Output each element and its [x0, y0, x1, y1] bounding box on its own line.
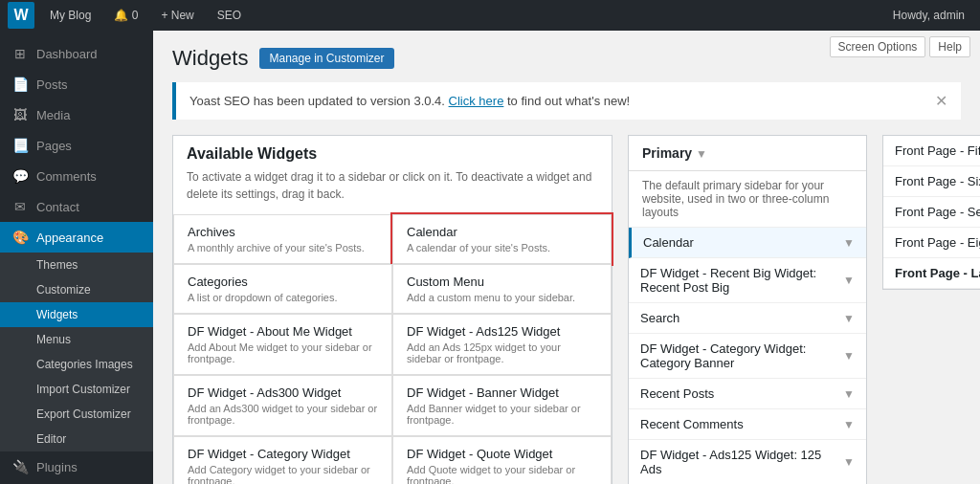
- submenu-themes[interactable]: Themes: [0, 253, 153, 277]
- wp-logo[interactable]: W: [8, 2, 34, 29]
- sidebar-item-plugins[interactable]: 🔌 Plugins: [0, 451, 153, 482]
- primary-sidebar-desc: The default primary sidebar for your web…: [629, 171, 866, 228]
- posts-label: Posts: [36, 77, 68, 92]
- yoast-notice: Yoast SEO has been updated to version 3.…: [172, 82, 961, 120]
- sidebar-item-appearance[interactable]: 🎨 Appearance: [0, 222, 153, 253]
- widgets-list: ArchivesA monthly archive of your site's…: [173, 214, 612, 484]
- right-sidebar-item[interactable]: Front Page - Eighth Row, Column 2▼: [883, 228, 980, 258]
- pages-icon: 📃: [11, 138, 29, 153]
- primary-sidebar-box: Primary ▼ The default primary sidebar fo…: [628, 135, 867, 484]
- posts-icon: 📄: [11, 77, 29, 92]
- primary-sidebar-header: Primary ▼: [629, 136, 866, 171]
- notice-link[interactable]: Click here: [449, 94, 504, 108]
- submenu-widgets[interactable]: Widgets: [0, 302, 153, 327]
- primary-sidebar-widget[interactable]: Recent Comments▼: [629, 409, 866, 440]
- sidebar-item-dashboard[interactable]: ⊞ Dashboard: [0, 38, 153, 69]
- admin-sidebar: ⊞ Dashboard 📄 Posts 🖼 Media 📃 Pages 💬 Co…: [0, 31, 153, 484]
- submenu-import-customizer[interactable]: Import Customizer: [0, 377, 153, 402]
- primary-sidebar-widget[interactable]: DF Widget - Recent Big Widget: Recent Po…: [629, 258, 866, 303]
- primary-widgets-list: Calendar▼DF Widget - Recent Big Widget: …: [629, 228, 866, 484]
- available-widget-item[interactable]: Custom MenuAdd a custom menu to your sid…: [392, 264, 612, 314]
- right-sidebar-item[interactable]: Front Page - Fifth Row, Column 1▼: [883, 136, 980, 166]
- appearance-icon: 🎨: [11, 230, 29, 245]
- submenu-menus[interactable]: Menus: [0, 327, 153, 352]
- right-sidebars-section: Front Page - Fifth Row, Column 1▼Front P…: [882, 135, 980, 484]
- available-widget-item[interactable]: ArchivesA monthly archive of your site's…: [173, 214, 392, 264]
- notice-suffix: to find out what's new!: [507, 94, 630, 108]
- primary-sidebar-widget[interactable]: Calendar▼: [629, 228, 866, 258]
- right-sidebar-item[interactable]: Front Page - Seventh Row, Column 1▼: [883, 197, 980, 228]
- howdy-label: Howdy, admin: [885, 9, 972, 22]
- manage-in-customizer-link[interactable]: Manage in Customizer: [259, 48, 393, 69]
- submenu-export-customizer[interactable]: Export Customizer: [0, 402, 153, 427]
- available-widget-item[interactable]: DF Widget - Category WidgetAdd Category …: [173, 436, 392, 484]
- my-blog-link[interactable]: My Blog: [42, 9, 99, 22]
- primary-sidebar-widget[interactable]: DF Widget - Ads125 Widget: 125 Ads▼: [629, 440, 866, 484]
- media-label: Media: [36, 108, 70, 122]
- available-widget-item[interactable]: CategoriesA list or dropdown of categori…: [173, 264, 392, 314]
- sidebar-item-media[interactable]: 🖼 Media: [0, 99, 153, 130]
- available-widget-item[interactable]: DF Widget - Quote WidgetAdd Quote widget…: [392, 436, 612, 484]
- page-title: Widgets: [172, 46, 248, 71]
- admin-bar: W My Blog 🔔 0 + New SEO Howdy, admin: [0, 0, 980, 31]
- contact-label: Contact: [36, 200, 79, 214]
- notif-count[interactable]: 🔔 0: [106, 9, 145, 22]
- available-widgets-title: Available Widgets: [187, 145, 598, 163]
- submenu-customize[interactable]: Customize: [0, 277, 153, 302]
- plugins-label: Plugins: [36, 460, 78, 474]
- plugins-icon: 🔌: [11, 459, 29, 474]
- right-sidebar-item[interactable]: Front Page - Last Row▼: [883, 258, 980, 289]
- contact-icon: ✉: [11, 199, 29, 214]
- primary-sidebar-widget[interactable]: Recent Posts▼: [629, 379, 866, 409]
- right-sidebars-box: Front Page - Fifth Row, Column 1▼Front P…: [882, 135, 980, 290]
- available-widgets-desc: To activate a widget drag it to a sideba…: [187, 168, 598, 203]
- comments-label: Comments: [36, 169, 97, 184]
- appearance-label: Appearance: [36, 231, 103, 245]
- primary-sidebar-widget[interactable]: DF Widget - Category Widget: Category Ba…: [629, 334, 866, 379]
- submenu-editor[interactable]: Editor: [0, 427, 153, 451]
- available-widget-item[interactable]: DF Widget - About Me WidgetAdd About Me …: [173, 314, 392, 375]
- primary-collapse-arrow[interactable]: ▼: [696, 147, 707, 161]
- screen-options-button[interactable]: Screen Options: [830, 36, 926, 57]
- primary-sidebar-widget[interactable]: Search▼: [629, 303, 866, 334]
- comments-icon: 💬: [11, 168, 29, 184]
- dashboard-label: Dashboard: [36, 47, 98, 61]
- seo-menu-item[interactable]: SEO: [210, 9, 249, 22]
- available-widgets-section: Available Widgets To activate a widget d…: [172, 135, 612, 484]
- available-widgets-header: Available Widgets To activate a widget d…: [173, 136, 612, 203]
- content-layout: Available Widgets To activate a widget d…: [172, 135, 961, 484]
- sidebar-item-posts[interactable]: 📄 Posts: [0, 69, 153, 99]
- sidebar-item-comments[interactable]: 💬 Comments: [0, 161, 153, 191]
- right-sidebar-item[interactable]: Front Page - Sixth Row, Column 2▼: [883, 166, 980, 197]
- available-widget-item[interactable]: DF Widget - Ads300 WidgetAdd an Ads300 w…: [173, 375, 392, 436]
- new-button[interactable]: + New: [153, 9, 201, 22]
- help-button[interactable]: Help: [929, 36, 970, 57]
- dashboard-icon: ⊞: [11, 46, 29, 61]
- media-icon: 🖼: [11, 107, 29, 122]
- appearance-submenu: Themes Customize Widgets Menus Categorie…: [0, 253, 153, 451]
- main-content: Widgets Manage in Customizer Yoast SEO h…: [153, 31, 980, 484]
- primary-sidebar-title: Primary: [642, 145, 692, 161]
- sidebar-item-pages[interactable]: 📃 Pages: [0, 130, 153, 161]
- notice-close-button[interactable]: ✕: [935, 92, 947, 110]
- available-widgets-box: Available Widgets To activate a widget d…: [172, 135, 612, 484]
- sidebar-item-contact[interactable]: ✉ Contact: [0, 191, 153, 222]
- available-widget-item[interactable]: DF Widget - Ads125 WidgetAdd an Ads 125p…: [392, 314, 612, 375]
- available-widget-item[interactable]: CalendarA calendar of your site's Posts.: [392, 214, 612, 264]
- notice-text: Yoast SEO has been updated to version 3.…: [189, 94, 630, 108]
- screen-options-bar: Screen Options Help: [820, 31, 980, 63]
- pages-label: Pages: [36, 139, 72, 153]
- submenu-cat-images[interactable]: Categories Images: [0, 352, 153, 377]
- primary-sidebar-section: Primary ▼ The default primary sidebar fo…: [628, 135, 867, 484]
- available-widget-item[interactable]: DF Widget - Banner WidgetAdd Banner widg…: [392, 375, 612, 436]
